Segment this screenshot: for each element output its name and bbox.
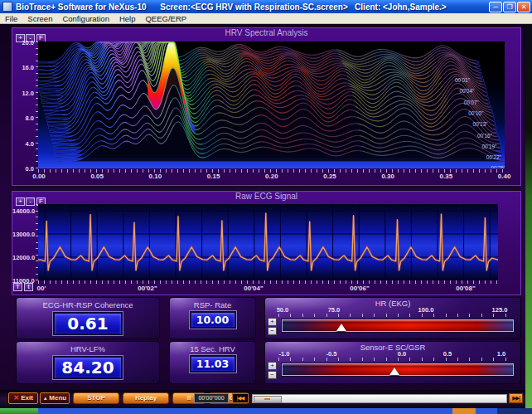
ecg-x-tick: 00'02" [138,285,157,292]
ecg-x-tick: 00'08" [456,285,476,292]
hr-slider-tick-label: 125.0 [492,306,508,314]
menu-configuration[interactable]: Configuration [57,14,114,23]
menubar: File Screen Configuration Help QEEG/ERP [0,13,532,24]
spectral-x-tick: 0.05 [90,173,104,180]
ecg-y-tick: 14000.0 [12,207,34,215]
menu-button[interactable]: ▲ Menu [40,392,70,404]
ecg-y-tick: 12000.0 [12,254,34,261]
hrv-lf-value: 84.20 [53,356,123,379]
spectral-title: HRV Spectral Analysis [12,28,521,37]
ecg-time-scale-button[interactable]: t [24,283,33,291]
fast-forward-button[interactable]: ▶▶| [509,393,523,403]
rewind-button[interactable]: |◀◀ [232,393,249,403]
spectral-time-label: 00'22" [486,154,501,160]
spectral-panel: HRV Spectral Analysis + - F 20.016.012.0… [12,27,521,186]
replay-button[interactable]: Replay [123,392,169,404]
hrv15-value: 11.03 [190,355,236,373]
rsp-rate-label: RSP- Rate [170,300,255,309]
spectral-x-tick: 0.20 [265,173,278,180]
spectral-y-tick: 16.0 [12,64,34,71]
window-title: BioTrace+ Software for NeXus-10 Screen:<… [16,2,489,12]
exit-button[interactable]: ✕ Exit [8,392,38,404]
rsp-rate-value: 10.00 [190,311,236,329]
spectral-x-tick: 0.00 [32,173,46,180]
spectral-y-tick: 8.0 [12,114,34,122]
hrv-lf-label: HRV-LF% [17,344,159,353]
ecg-x-ticks [38,280,498,284]
gsr-slider-label: Sensor-E SC/GSR [265,343,520,352]
menu-help[interactable]: Help [114,14,141,23]
menu-file[interactable]: File [0,14,22,23]
spectral-time-label: 00'10" [468,110,483,116]
spectral-x-tick: 0.10 [149,173,162,180]
gsr-slider-tick-label: 0.5 [443,350,452,358]
spectral-time-label: 00'19" [481,144,496,149]
hr-slider-bar[interactable] [282,319,514,332]
biotrace-app-window: BioTrace+ Software for NeXus-10 Screen:<… [0,0,532,414]
bottom-toolbar: ✕ Exit ▲ Menu STOP Replay II Record 00'0… [0,390,532,408]
ecg-zoom-in-button[interactable]: + [16,197,25,206]
gsr-slider-tick-label: -0.5 [326,350,337,358]
gsr-slider-tick-label: -1.0 [279,350,290,358]
spectral-y-tick: 20.0 [12,39,34,46]
gsr-slider-pointer[interactable] [389,368,399,375]
gsr-slider-plus-button[interactable]: + [268,362,277,370]
hr-slider-minus-button[interactable]: − [268,327,277,335]
minimize-button-icon[interactable]: ─ [489,2,502,12]
spectral-time-label: 00'25" [491,165,505,168]
spectral-time-label: 00'04" [459,88,474,94]
maximize-button-icon[interactable]: ❐ [503,2,516,12]
spectral-waterfall-chart [38,41,505,168]
ecg-x-tick: 00'04" [244,285,264,292]
start-button[interactable] [0,408,38,414]
menu-screen[interactable]: Screen [22,14,57,23]
spectral-time-label: 00'16" [477,133,492,139]
hr-slider-pointer[interactable] [336,324,346,331]
ecg-trace-chart [38,204,498,280]
taskbar-item[interactable] [452,408,476,414]
hrv15-card: 15 Sec. HRV 11.03 [170,342,255,383]
close-button-icon[interactable]: ✕ [517,2,530,12]
spectral-x-tick: 0.35 [440,173,453,180]
gsr-slider-tick-label: 1.0 [497,350,505,358]
gsr-slider-minus-button[interactable]: − [268,371,277,379]
hr-slider-plus-button[interactable]: + [268,318,277,326]
ecg-time-mode-button[interactable]: T [13,283,22,291]
spectral-y-tick: 0.0 [12,165,34,173]
menu-qeeg-erp[interactable]: QEEG/ERP [140,14,191,23]
gsr-slider-ticks [278,358,517,361]
spectral-y-tick: 12.0 [12,90,34,97]
hr-slider-tick-label: 50.0 [277,306,289,314]
spectral-x-tick: 0.15 [207,173,220,180]
scrollbar-grip-icon [264,398,270,400]
ecg-panel: Raw ECG Signal + - F 14000.013000.012000… [12,191,521,295]
titlebar[interactable]: BioTrace+ Software for NeXus-10 Screen:<… [0,0,532,13]
hr-slider-tick-label: 75.0 [328,306,341,314]
spectral-time-label: 00'01" [455,77,470,83]
taskbar[interactable] [0,408,532,414]
coherence-card: ECG-HR-RSP Coherence 0.61 [17,298,159,339]
timeline-scrollbar-thumb[interactable] [254,396,282,403]
ecg-plot [38,204,498,280]
spectral-time-label: 00'13" [473,121,488,127]
spectral-time-label: 00'07" [464,100,479,105]
gsr-slider-card: Sensor-E SC/GSR + − -1.0-0.50.00.51.0 [265,342,520,383]
gsr-slider-tick-label: 0.0 [398,350,406,358]
close-x-icon: ✕ [13,394,21,402]
coherence-value: 0.61 [53,312,123,335]
stop-button[interactable]: STOP [73,392,119,404]
hr-slider-label: HR (EKG) [265,299,520,308]
app-icon [2,2,12,12]
hr-slider-card: HR (EKG) + − 50.075.0100.0125.0 [265,298,520,339]
rsp-rate-card: RSP- Rate 10.00 [170,298,255,339]
ecg-y-tick: 13000.0 [12,231,34,238]
hrv-lf-card: HRV-LF% 84.20 [17,342,159,383]
spectral-y-tick: 4.0 [12,140,34,148]
timeline-scrollbar[interactable] [252,394,507,403]
spectral-x-tick: 0.25 [323,173,336,180]
spectral-plot: 00'01"00'04"00'07"00'10"00'13"00'16"00'1… [38,41,505,168]
ecg-zoom-out-button[interactable]: - [26,197,35,206]
spectral-x-tick: 0.40 [498,173,511,180]
ecg-x-tick: 00'06" [350,285,370,292]
hr-slider-tick-label: 100.0 [418,306,434,314]
